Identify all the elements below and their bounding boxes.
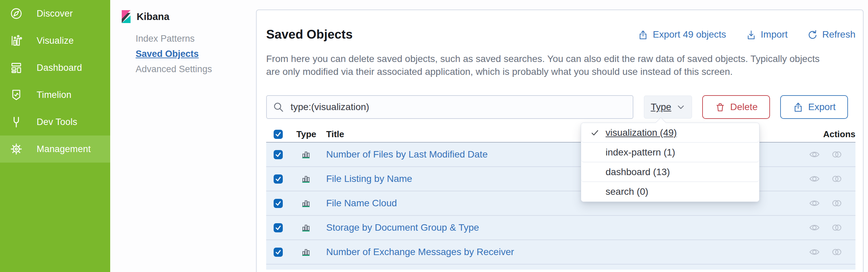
search-input[interactable] bbox=[291, 102, 627, 112]
sidebar-item-dashboard[interactable]: Dashboard bbox=[0, 54, 110, 81]
kibana-app-header: Kibana bbox=[121, 10, 254, 23]
inspect-eye-icon[interactable] bbox=[809, 246, 820, 258]
select-all-checkbox[interactable] bbox=[274, 130, 283, 139]
bar-chart-icon bbox=[10, 35, 22, 47]
gear-icon bbox=[10, 143, 22, 155]
row-actions bbox=[809, 149, 855, 160]
row-checkbox[interactable] bbox=[274, 223, 283, 232]
app-sidebar: Discover Visualize Dashboard bbox=[0, 0, 110, 272]
kibana-logo-icon bbox=[121, 10, 131, 23]
search-icon bbox=[273, 102, 284, 112]
table-row: Number of Files by Last Modified Date bbox=[266, 143, 855, 167]
type-filter-button[interactable]: Type bbox=[644, 96, 692, 119]
inspect-eye-icon[interactable] bbox=[809, 173, 820, 185]
relationships-icon[interactable] bbox=[831, 197, 843, 209]
import-icon bbox=[746, 29, 756, 40]
visualization-type-icon bbox=[301, 198, 311, 208]
sidebar-item-visualize[interactable]: Visualize bbox=[0, 27, 110, 54]
search-box bbox=[266, 95, 633, 119]
compass-icon bbox=[10, 7, 22, 20]
type-filter-label: Type bbox=[651, 102, 671, 112]
table-header-row: Type Title Actions bbox=[266, 126, 855, 143]
subnav-item-index-patterns[interactable]: Index Patterns bbox=[112, 31, 254, 46]
inspect-eye-icon[interactable] bbox=[809, 197, 820, 209]
subnav-item-advanced-settings[interactable]: Advanced Settings bbox=[112, 62, 254, 77]
row-title-link[interactable]: Storage by Document Group & Type bbox=[326, 222, 809, 233]
app-title: Kibana bbox=[137, 11, 170, 22]
inspect-eye-icon[interactable] bbox=[809, 222, 820, 233]
sidebar-item-label: Dev Tools bbox=[37, 117, 77, 127]
inspect-eye-icon[interactable] bbox=[809, 149, 820, 160]
relationships-icon[interactable] bbox=[831, 173, 843, 185]
visualization-type-icon bbox=[301, 247, 311, 257]
export-all-button[interactable]: Export 49 objects bbox=[638, 29, 726, 40]
sidebar-item-label: Management bbox=[37, 144, 91, 154]
row-title-link[interactable]: Number of Exchange Messages by Receiver bbox=[326, 247, 809, 257]
trash-icon bbox=[715, 102, 726, 112]
import-button[interactable]: Import bbox=[746, 29, 788, 40]
column-header-actions: Actions bbox=[823, 129, 855, 140]
wrench-icon bbox=[10, 116, 22, 128]
row-checkbox[interactable] bbox=[274, 248, 283, 257]
type-option-index-pattern[interactable]: index-pattern (1) bbox=[581, 143, 759, 162]
type-option-label: visualization (49) bbox=[606, 127, 677, 138]
check-icon bbox=[275, 176, 281, 182]
table-row-partial bbox=[266, 265, 855, 270]
row-checkbox[interactable] bbox=[274, 199, 283, 208]
type-option-visualization[interactable]: visualization (49) bbox=[581, 123, 759, 143]
sidebar-item-label: Timelion bbox=[37, 90, 72, 100]
import-label: Import bbox=[761, 29, 788, 40]
export-selected-button[interactable]: Export bbox=[780, 95, 848, 119]
check-icon bbox=[275, 200, 281, 207]
type-option-label: dashboard (13) bbox=[606, 167, 670, 177]
row-checkbox[interactable] bbox=[274, 150, 283, 159]
grid-icon bbox=[10, 62, 22, 74]
check-icon bbox=[591, 129, 599, 137]
relationships-icon[interactable] bbox=[831, 246, 843, 258]
type-option-search[interactable]: search (0) bbox=[581, 182, 759, 202]
saved-objects-table: Type Title Actions bbox=[266, 126, 855, 270]
sidebar-item-discover[interactable]: Discover bbox=[0, 0, 110, 27]
type-option-label: search (0) bbox=[606, 186, 648, 197]
refresh-label: Refresh bbox=[822, 29, 855, 40]
type-option-label: index-pattern (1) bbox=[606, 147, 675, 158]
row-checkbox[interactable] bbox=[274, 174, 283, 184]
sidebar-item-management[interactable]: Management bbox=[0, 135, 110, 163]
header-actions: Export 49 objects Import Refresh bbox=[638, 29, 855, 40]
subnav-item-saved-objects[interactable]: Saved Objects bbox=[112, 46, 254, 62]
table-row: File Listing by Name bbox=[266, 167, 855, 191]
refresh-button[interactable]: Refresh bbox=[807, 29, 855, 40]
type-option-dashboard[interactable]: dashboard (13) bbox=[581, 162, 759, 182]
export-icon bbox=[638, 29, 648, 40]
relationships-icon[interactable] bbox=[831, 149, 843, 160]
sidebar-item-timelion[interactable]: Timelion bbox=[0, 81, 110, 108]
check-icon bbox=[275, 151, 281, 158]
check-icon bbox=[275, 225, 281, 231]
visualization-type-icon bbox=[301, 150, 311, 159]
row-actions bbox=[809, 197, 855, 209]
delete-label: Delete bbox=[730, 102, 758, 112]
kibana-saved-objects-page: { "sidebar": { "items": [ { "label": "Di… bbox=[0, 0, 868, 272]
relationships-icon[interactable] bbox=[831, 222, 843, 233]
table-row: Number of Exchange Messages by Receiver bbox=[266, 240, 855, 265]
sidebar-item-label: Dashboard bbox=[37, 63, 82, 73]
management-subnav: Kibana Index Patterns Saved Objects Adva… bbox=[112, 0, 254, 77]
check-icon bbox=[275, 249, 281, 255]
row-actions bbox=[809, 246, 855, 258]
page-title: Saved Objects bbox=[266, 28, 353, 41]
row-actions bbox=[809, 173, 855, 185]
row-actions bbox=[809, 222, 855, 233]
column-header-type[interactable]: Type bbox=[296, 129, 326, 140]
page-description: From here you can delete saved objects, … bbox=[266, 53, 831, 78]
type-filter-popover: visualization (49) index-pattern (1) das… bbox=[581, 123, 760, 202]
sidebar-item-dev-tools[interactable]: Dev Tools bbox=[0, 108, 110, 135]
table-row: Storage by Document Group & Type bbox=[266, 216, 855, 240]
export-all-label: Export 49 objects bbox=[653, 29, 726, 40]
check-icon bbox=[275, 131, 281, 138]
chevron-down-icon bbox=[676, 103, 685, 111]
delete-button[interactable]: Delete bbox=[702, 95, 770, 119]
visualization-type-icon bbox=[301, 223, 311, 232]
pennant-icon bbox=[10, 89, 22, 101]
export-selected-label: Export bbox=[808, 102, 836, 112]
sidebar-item-label: Discover bbox=[37, 8, 73, 19]
